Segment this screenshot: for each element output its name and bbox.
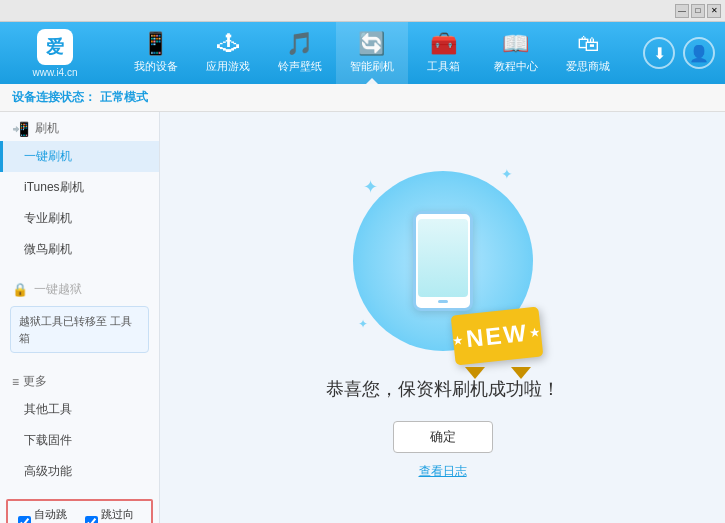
status-value: 正常模式 xyxy=(100,89,148,106)
sidebar-item-show-flash[interactable]: 微鸟刷机 xyxy=(0,234,159,265)
nav-label-my-device: 我的设备 xyxy=(134,59,178,74)
flash-section-title: 📲 刷机 xyxy=(0,112,159,141)
flash-section-label: 刷机 xyxy=(35,120,59,137)
nav-label-toolbox: 工具箱 xyxy=(427,59,460,74)
new-badge-shape: ★ NEW ★ xyxy=(450,307,543,366)
phone-screen xyxy=(418,219,468,297)
jailbreak-section-title: 🔒 一键越狱 xyxy=(0,273,159,302)
pro-flash-label: 专业刷机 xyxy=(24,211,72,225)
window-controls[interactable]: — □ ✕ xyxy=(675,4,721,18)
apps-games-icon: 🕹 xyxy=(217,33,239,55)
status-label: 设备连接状态： xyxy=(12,89,96,106)
nav-items: 📱 我的设备 🕹 应用游戏 🎵 铃声壁纸 🔄 智能刷机 🧰 工具箱 📖 教程中心… xyxy=(100,22,643,84)
navbar: 爱 www.i4.cn 📱 我的设备 🕹 应用游戏 🎵 铃声壁纸 🔄 智能刷机 … xyxy=(0,22,725,84)
skip-wizard-checkbox-label[interactable]: 跳过向导 xyxy=(85,507,142,523)
title-bar: — □ ✕ xyxy=(0,0,725,22)
nav-item-ringtones[interactable]: 🎵 铃声壁纸 xyxy=(264,22,336,84)
nav-item-tutorials[interactable]: 📖 教程中心 xyxy=(480,22,552,84)
auto-dismiss-label: 自动跳过 xyxy=(34,507,75,523)
sidebar-item-one-click-flash[interactable]: 一键刷机 xyxy=(0,141,159,172)
lock-icon: 🔒 xyxy=(12,282,28,297)
status-bar: 设备连接状态： 正常模式 xyxy=(0,84,725,112)
jailbreak-notice: 越狱工具已转移至 工具箱 xyxy=(10,306,149,353)
one-click-flash-label: 一键刷机 xyxy=(24,149,72,163)
tutorials-icon: 📖 xyxy=(502,33,529,55)
nav-item-shop[interactable]: 🛍 爱思商城 xyxy=(552,22,624,84)
phone-illustration: ✦ ✦ ✦ ★ NEW ★ xyxy=(343,161,543,361)
nav-label-smart-flash: 智能刷机 xyxy=(350,59,394,74)
nav-item-apps-games[interactable]: 🕹 应用游戏 xyxy=(192,22,264,84)
my-device-icon: 📱 xyxy=(142,33,169,55)
sidebar: 📲 刷机 一键刷机 iTunes刷机 专业刷机 微鸟刷机 🔒 一键越狱 越狱工具… xyxy=(0,112,160,523)
skip-wizard-label: 跳过向导 xyxy=(101,507,142,523)
maximize-button[interactable]: □ xyxy=(691,4,705,18)
close-button[interactable]: ✕ xyxy=(707,4,721,18)
nav-item-toolbox[interactable]: 🧰 工具箱 xyxy=(408,22,480,84)
minimize-button[interactable]: — xyxy=(675,4,689,18)
show-flash-label: 微鸟刷机 xyxy=(24,242,72,256)
sidebar-item-other-tools[interactable]: 其他工具 xyxy=(0,394,159,425)
shop-icon: 🛍 xyxy=(577,33,599,55)
more-icon: ≡ xyxy=(12,375,19,389)
smart-flash-icon: 🔄 xyxy=(358,33,385,55)
content-area: ✦ ✦ ✦ ★ NEW ★ 恭喜您，保资料刷机成功啦！ 确定 查看 xyxy=(160,112,725,523)
nav-item-my-device[interactable]: 📱 我的设备 xyxy=(120,22,192,84)
nav-label-ringtones: 铃声壁纸 xyxy=(278,59,322,74)
ringtones-icon: 🎵 xyxy=(286,33,313,55)
logo-url: www.i4.cn xyxy=(32,67,77,78)
ribbon-tail-left xyxy=(465,367,485,379)
sparkle-icon-3: ✦ xyxy=(358,317,368,331)
download-firmware-label: 下载固件 xyxy=(24,433,72,447)
more-section-title: ≡ 更多 xyxy=(0,365,159,394)
main-area: 📲 刷机 一键刷机 iTunes刷机 专业刷机 微鸟刷机 🔒 一键越狱 越狱工具… xyxy=(0,112,725,523)
nav-label-apps-games: 应用游戏 xyxy=(206,59,250,74)
sidebar-item-itunes-flash[interactable]: iTunes刷机 xyxy=(0,172,159,203)
nav-right: ⬇ 👤 xyxy=(643,37,715,69)
other-tools-label: 其他工具 xyxy=(24,402,72,416)
star-right-icon: ★ xyxy=(529,325,542,339)
new-ribbon: ★ NEW ★ xyxy=(453,311,543,371)
sidebar-item-download-firmware[interactable]: 下载固件 xyxy=(0,425,159,456)
sidebar-item-pro-flash[interactable]: 专业刷机 xyxy=(0,203,159,234)
more-label: 更多 xyxy=(23,373,47,390)
nav-item-smart-flash[interactable]: 🔄 智能刷机 xyxy=(336,22,408,84)
auto-dismiss-checkbox[interactable] xyxy=(18,516,31,524)
nav-label-tutorials: 教程中心 xyxy=(494,59,538,74)
logo-icon-text: 爱 xyxy=(46,35,64,59)
sidebar-item-advanced[interactable]: 高级功能 xyxy=(0,456,159,487)
user-button[interactable]: 👤 xyxy=(683,37,715,69)
sparkle-icon-2: ✦ xyxy=(501,166,513,182)
auto-dismiss-checkbox-label[interactable]: 自动跳过 xyxy=(18,507,75,523)
sparkle-icon-1: ✦ xyxy=(363,176,378,198)
toolbox-icon: 🧰 xyxy=(430,33,457,55)
jailbreak-notice-text: 越狱工具已转移至 工具箱 xyxy=(19,315,132,344)
itunes-flash-label: iTunes刷机 xyxy=(24,180,84,194)
new-badge-text: NEW xyxy=(464,319,529,353)
ribbon-tail-right xyxy=(511,367,531,379)
phone-body xyxy=(413,211,473,311)
phone-home-btn xyxy=(438,300,448,303)
star-left-icon: ★ xyxy=(451,333,464,347)
nav-label-shop: 爱思商城 xyxy=(566,59,610,74)
logo-area: 爱 www.i4.cn xyxy=(10,29,100,78)
advanced-label: 高级功能 xyxy=(24,464,72,478)
new-ribbon-container: ★ NEW ★ xyxy=(453,311,543,371)
download-button[interactable]: ⬇ xyxy=(643,37,675,69)
logo-icon: 爱 xyxy=(37,29,73,65)
checkbox-row: 自动跳过 跳过向导 xyxy=(6,499,153,523)
flash-section-icon: 📲 xyxy=(12,121,29,137)
confirm-button[interactable]: 确定 xyxy=(393,421,493,453)
success-text: 恭喜您，保资料刷机成功啦！ xyxy=(326,377,560,401)
blog-link[interactable]: 查看日志 xyxy=(419,463,467,480)
skip-wizard-checkbox[interactable] xyxy=(85,516,98,524)
jailbreak-label: 一键越狱 xyxy=(34,281,82,298)
